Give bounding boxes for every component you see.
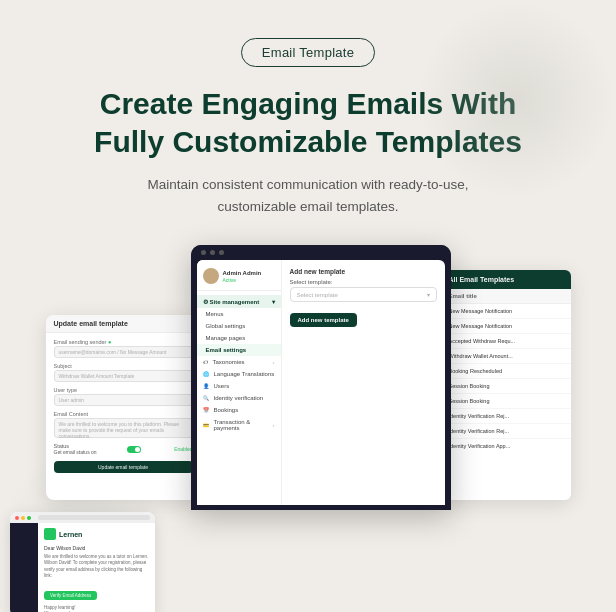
main-heading: Create Engaging Emails With Fully Custom… [68, 85, 548, 160]
nav-global-settings[interactable]: Global settings [197, 320, 281, 332]
nav-bookings[interactable]: 📅 Bookings [197, 404, 281, 416]
admin-role: Active [223, 277, 262, 283]
list-item: Identity Verification Rej... [441, 409, 571, 424]
sc-inner: Admin Admin Active ⚙ Site management ▾ M… [197, 260, 445, 505]
screenshots-container: Update email template Email sending send… [0, 245, 616, 510]
right-screenshot: All Email Templates Email title New Mess… [441, 270, 571, 500]
sc-main-content: Add new template Select template: Select… [282, 260, 445, 505]
admin-name: Admin Admin [223, 270, 262, 277]
sl-toggle-row: StatusGet email status on Enabled [54, 443, 193, 455]
sl-title: Update email template [46, 315, 201, 333]
sl-field-content: Email Content We are thrilled to welcome… [54, 411, 193, 438]
list-item: Session Booking [441, 394, 571, 409]
list-item: Identity Verification Rej... [441, 424, 571, 439]
sl-toggle[interactable] [127, 446, 141, 453]
header-section: Email Template Create Engaging Emails Wi… [0, 0, 616, 245]
avatar [203, 268, 219, 284]
sc-dot-1 [201, 250, 206, 255]
bottom-left-screenshot: Lernen Dear Wilson David We are thrilled… [10, 512, 155, 612]
sc-topbar [191, 245, 451, 260]
list-item: Booking Rescheduled [441, 364, 571, 379]
list-item: Identity Verification App... [441, 439, 571, 453]
list-item: Withdraw Wallet Amount... [441, 349, 571, 364]
select-label: Select template: [290, 279, 437, 285]
nav-identity[interactable]: 🔍 Identity verification [197, 392, 281, 404]
sc-avatar-row: Admin Admin Active [197, 268, 281, 291]
verify-email-btn[interactable]: Verify Email Address [44, 591, 97, 600]
list-item: New Message Notification [441, 304, 571, 319]
logo-text: Lernen [59, 531, 82, 538]
address-bar [38, 515, 150, 520]
sbl-logo: Lernen [44, 528, 149, 540]
dot-green [27, 516, 31, 520]
sc-dot-2 [210, 250, 215, 255]
list-item: Accepted Withdraw Requ... [441, 334, 571, 349]
nav-taxonomies[interactable]: 🏷 Taxonomies › [197, 356, 281, 368]
nav-translations[interactable]: 🌐 Language Translations [197, 368, 281, 380]
template-select[interactable]: Select template ▾ [290, 287, 437, 302]
nav-users[interactable]: 👤 Users [197, 380, 281, 392]
sbl-main: Lernen Dear Wilson David We are thrilled… [38, 523, 155, 612]
sl-field-sender: Email sending sender ● username@domaine.… [54, 339, 193, 358]
dot-red [15, 516, 19, 520]
greeting: Dear Wilson David [44, 545, 149, 551]
form-label: Add new template [290, 268, 437, 275]
list-item: New Message Notification [441, 319, 571, 334]
footer-text: Happy learning! Warm regards, -Lernen Te… [44, 605, 149, 612]
sl-field-subject: Subject Withdraw Wallet Amount Template [54, 363, 193, 382]
badge: Email Template [241, 38, 375, 67]
body-text: We are thrilled to welcome you as a tuto… [44, 554, 149, 579]
sc-dot-3 [219, 250, 224, 255]
dot-yellow [21, 516, 25, 520]
nav-manage-pages[interactable]: Manage pages [197, 332, 281, 344]
add-template-btn[interactable]: Add new template [290, 313, 357, 327]
sr-col-header: Email title [441, 289, 571, 304]
nav-email-settings[interactable]: Email settings [197, 344, 281, 356]
nav-menus[interactable]: Menus [197, 308, 281, 320]
sl-field-type: User type User admin [54, 387, 193, 406]
sbl-sidebar [10, 523, 38, 612]
center-screenshot: Admin Admin Active ⚙ Site management ▾ M… [191, 245, 451, 510]
sl-body: Email sending sender ● username@domaine.… [46, 333, 201, 479]
update-email-btn[interactable]: Update email template [54, 461, 193, 473]
sbl-topbar [10, 512, 155, 523]
sc-sidebar: Admin Admin Active ⚙ Site management ▾ M… [197, 260, 282, 505]
list-item: Session Booking [441, 379, 571, 394]
left-screenshot: Update email template Email sending send… [46, 315, 201, 500]
sbl-content: Lernen Dear Wilson David We are thrilled… [10, 523, 155, 612]
nav-transactions[interactable]: 💳 Transaction & payments › [197, 416, 281, 434]
logo-icon [44, 528, 56, 540]
sr-header: All Email Templates [441, 270, 571, 289]
site-management-header[interactable]: ⚙ Site management ▾ [197, 295, 281, 308]
sub-heading: Maintain consistent communication with r… [118, 174, 498, 217]
